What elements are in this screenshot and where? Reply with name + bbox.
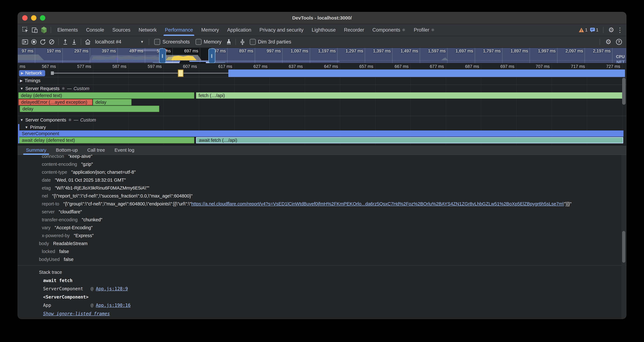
- server-requests-row: delay (deferred text)fetch (…/api): [18, 92, 626, 99]
- details-tab-call-tree[interactable]: Call tree: [83, 145, 109, 155]
- property-row-content-type: content-type"application/json; charset=u…: [18, 168, 626, 176]
- overview-tick: [145, 48, 145, 63]
- property-key: server: [42, 209, 55, 214]
- selection-handle-right[interactable]: ∥: [208, 48, 215, 63]
- bar-label: delay: [22, 106, 33, 112]
- tab-sources[interactable]: Sources: [108, 24, 134, 36]
- tab-performance[interactable]: Performance: [161, 24, 197, 36]
- extension-gem-icon[interactable]: [39, 25, 48, 35]
- stack-frame-location-link[interactable]: App.js:190:16: [96, 303, 130, 308]
- tab-privacy-and-security[interactable]: Privacy and security: [256, 24, 308, 36]
- tab-application[interactable]: Application: [223, 24, 256, 36]
- delayederror-ayed-exception-bar[interactable]: delayedError (…ayed exception): [18, 99, 92, 105]
- timeline-overview[interactable]: 97 ms197 ms297 ms397 ms497 ms597 ms697 m…: [18, 48, 626, 64]
- stack-frame-location-link[interactable]: App.js:128:9: [96, 286, 128, 291]
- more-options-icon[interactable]: ⋮: [617, 27, 623, 33]
- memory-checkbox[interactable]: Memory: [196, 39, 222, 45]
- record-icon[interactable]: [30, 38, 38, 46]
- tab-console[interactable]: Console: [82, 24, 108, 36]
- property-value: "Wed, 01 Oct 2025 18:32:01 GMT": [55, 177, 126, 183]
- garbage-collect-icon[interactable]: [224, 38, 233, 46]
- ruler-time-label: 667 ms: [394, 64, 409, 69]
- property-row-body: bodyReadableStream: [18, 239, 626, 247]
- home-icon[interactable]: [83, 38, 92, 46]
- servercomponent-bar[interactable]: ServerComponent: [19, 130, 624, 137]
- dim-3rd-parties-checkbox[interactable]: Dim 3rd parties: [250, 39, 291, 45]
- details-tab-event-log[interactable]: Event log: [110, 145, 138, 155]
- delay-bar[interactable]: delay: [93, 99, 132, 105]
- divider: [58, 39, 59, 45]
- divider: [18, 77, 626, 77]
- overview-time-label: 1,797 ms: [483, 49, 500, 54]
- divider: [18, 116, 626, 116]
- divider: [600, 39, 600, 45]
- network-request-selected-bar[interactable]: [178, 70, 184, 77]
- overview-time-label: 1,697 ms: [456, 49, 473, 54]
- screenshots-checkbox[interactable]: Screenshots: [154, 39, 190, 45]
- show-ignore-listed-frames-link[interactable]: Show ignore-listed frames: [43, 311, 110, 316]
- delay-bar[interactable]: delay: [20, 106, 159, 112]
- overview-tick: [584, 48, 585, 63]
- flame-scrollbar-thumb[interactable]: [622, 78, 626, 105]
- screenshots-label: Screenshots: [162, 39, 190, 45]
- help-icon[interactable]: ?: [614, 38, 624, 46]
- await-delay-deferred-text-bar[interactable]: await delay (deferred text): [19, 137, 194, 143]
- fetch-api-bar[interactable]: fetch (…/api): [196, 92, 624, 99]
- tab-lighthouse[interactable]: Lighthouse: [308, 24, 340, 36]
- tab-memory[interactable]: Memory: [197, 24, 223, 36]
- details-tab-summary[interactable]: Summary: [22, 145, 50, 155]
- timings-track-label[interactable]: ▶ Timings: [20, 78, 40, 83]
- overview-tick: [310, 48, 310, 63]
- tab-elements[interactable]: Elements: [53, 24, 82, 36]
- flame-ruler: ms567 ms577 ms587 ms597 ms607 ms617 ms62…: [18, 64, 626, 70]
- warning-icon: [579, 28, 584, 33]
- divider: [51, 27, 51, 33]
- network-request-bar[interactable]: [228, 70, 625, 77]
- issues-badge[interactable]: 1: [590, 28, 598, 33]
- capture-settings-gear-icon[interactable]: ⚙: [605, 39, 611, 45]
- download-profile-icon[interactable]: [70, 38, 78, 46]
- ruler-time-label: 637 ms: [289, 64, 303, 69]
- tab-network[interactable]: Network: [134, 24, 161, 36]
- property-key: locked: [42, 249, 55, 254]
- inspect-element-icon[interactable]: [21, 25, 30, 35]
- report-to-link[interactable]: https://a.nel.cloudflare.com/report/v4?s…: [191, 201, 564, 206]
- stack-trace-title: Stack trace: [18, 265, 626, 276]
- history-select[interactable]: localhost #4 ▼: [92, 38, 146, 46]
- overview-tick: [200, 48, 200, 63]
- property-key: connection: [42, 155, 64, 159]
- primary-track-label[interactable]: ▼ Primary: [25, 125, 46, 130]
- network-request-dot[interactable]: [51, 71, 54, 75]
- react-badge-icon: ⚛: [431, 28, 434, 33]
- server-requests-header[interactable]: ▼ Server Requests ⚛ — Custom: [20, 86, 89, 91]
- device-toolbar-icon[interactable]: [30, 25, 39, 35]
- network-track-label[interactable]: ▶ Network: [19, 70, 45, 76]
- await-fetch-api-bar[interactable]: await fetch (…/api): [196, 137, 623, 143]
- overview-tick: [90, 48, 90, 63]
- upload-profile-icon[interactable]: [61, 38, 70, 46]
- toggle-sidebar-icon[interactable]: [20, 38, 30, 46]
- flame-chart[interactable]: ms567 ms577 ms587 ms597 ms607 ms617 ms62…: [18, 64, 626, 145]
- bar-label: delayedError (…ayed exception): [21, 100, 87, 105]
- disclosure-triangle-icon: ▼: [20, 87, 24, 91]
- reload-record-icon[interactable]: [38, 38, 47, 46]
- history-select-value: localhost #4: [95, 39, 121, 45]
- overview-tick: [612, 48, 612, 63]
- settings-gear-icon[interactable]: ⚙: [608, 27, 614, 33]
- delay-deferred-text-bar[interactable]: delay (deferred text): [18, 92, 194, 99]
- clear-icon[interactable]: [47, 38, 56, 46]
- details-scrollbar-thumb[interactable]: [622, 231, 625, 263]
- property-key: x-powered-by: [42, 233, 70, 238]
- details-tab-bottom-up[interactable]: Bottom-up: [52, 145, 82, 155]
- tab-components[interactable]: Components⚛: [368, 24, 410, 36]
- selection-handle-left[interactable]: ∥: [159, 48, 166, 63]
- overview-time-label: 897 ms: [239, 49, 253, 54]
- collapse-sections-icon[interactable]: [238, 38, 247, 46]
- tab-recorder[interactable]: Recorder: [340, 24, 368, 36]
- overview-tick: [282, 48, 282, 63]
- tab-profiler[interactable]: Profiler⚛: [410, 24, 439, 36]
- server-components-header[interactable]: ▼ Server Components ⚛ — Custom: [20, 117, 96, 123]
- warnings-badge[interactable]: 1: [579, 28, 588, 33]
- bar-label: delay: [96, 100, 106, 105]
- disclosure-triangle-icon: ▶: [21, 71, 24, 75]
